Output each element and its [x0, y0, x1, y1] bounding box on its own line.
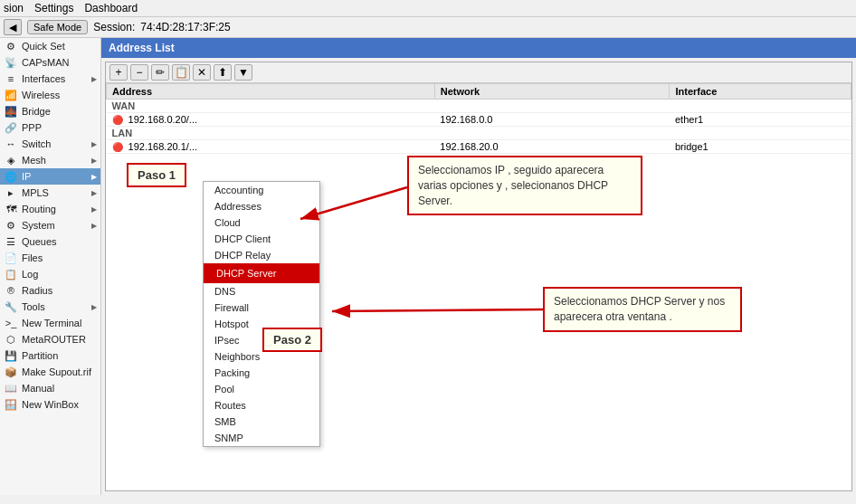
table-row[interactable]: 🔴 192.168.20.1/... 192.168.20.0 bridge1 [107, 140, 851, 154]
dropdown-item-cloud[interactable]: Cloud [204, 214, 319, 231]
sidebar-item-queues[interactable]: ☰ Queues [0, 233, 100, 250]
sidebar-item-bridge[interactable]: 🌉 Bridge [0, 103, 100, 119]
sidebar-label-log: Log [22, 269, 38, 280]
group-wan-label: WAN [107, 100, 851, 113]
dropdown-item-dhcpclient[interactable]: DHCP Client [204, 231, 319, 247]
dropdown-item-smb[interactable]: SMB [204, 414, 319, 430]
menu-settings[interactable]: Settings [34, 2, 73, 14]
sidebar-label-newwinbox: New WinBox [22, 399, 79, 410]
filter-button[interactable]: ▼ [234, 64, 252, 81]
mesh-icon: ◈ [4, 154, 18, 166]
sidebar-label-tools: Tools [22, 301, 45, 312]
blue-header-bar: Address List [101, 38, 856, 58]
group-lan-header: LAN [107, 127, 851, 140]
lan-row-icon: 🔴 [112, 142, 123, 152]
sort-button[interactable]: ⬆ [214, 64, 232, 81]
ip-arrow-icon: ▶ [91, 173, 97, 181]
sidebar-label-bridge: Bridge [22, 106, 51, 117]
sidebar-label-wireless: Wireless [22, 90, 60, 100]
paso2-box: Paso 2 [262, 328, 322, 352]
metarouter-icon: ⬡ [4, 333, 18, 346]
sidebar-label-mpls: MPLS [22, 187, 49, 198]
mpls-arrow-icon: ▶ [91, 189, 97, 197]
dropdown-item-accounting[interactable]: Accounting [204, 182, 319, 198]
sidebar-item-newterminal[interactable]: >_ New Terminal [0, 315, 100, 331]
menu-sion[interactable]: sion [4, 2, 24, 14]
menu-dashboard[interactable]: Dashboard [84, 2, 138, 14]
col-network[interactable]: Network [434, 84, 670, 100]
sidebar-label-manual: Manual [22, 383, 54, 394]
annotation1-box: Seleccionamos IP , seguido aparecera var… [407, 156, 642, 215]
session-value: 74:4D:28:17:3F:25 [140, 21, 230, 33]
remove-button[interactable]: − [130, 64, 148, 81]
content-area: Address List + − ✏ 📋 ✕ ⬆ ▼ Address Netwo… [101, 38, 856, 495]
lan-interface: bridge1 [670, 140, 851, 154]
close-button[interactable]: ✕ [193, 64, 211, 81]
log-icon: 📋 [4, 268, 18, 281]
sidebar-item-manual[interactable]: 📖 Manual [0, 380, 100, 396]
mpls-icon: ▸ [4, 186, 18, 199]
sidebar-label-quickset: Quick Set [22, 41, 65, 52]
dropdown-item-routes[interactable]: Routes [204, 397, 319, 414]
sidebar-item-partition[interactable]: 💾 Partition [0, 347, 100, 364]
paso2-label: Paso 2 [273, 333, 311, 347]
address-table: Address Network Interface WAN 🔴 192. [106, 83, 851, 154]
wan-interface: ether1 [670, 113, 851, 127]
sidebar-item-wireless[interactable]: 📶 Wireless [0, 87, 100, 103]
sidebar-item-mesh[interactable]: ◈ Mesh ▶ [0, 152, 100, 168]
sidebar-item-newwinbox[interactable]: 🪟 New WinBox [0, 396, 100, 413]
dropdown-item-firewall[interactable]: Firewall [204, 300, 319, 316]
interfaces-arrow-icon: ▶ [91, 75, 97, 83]
dropdown-item-dhcpserver[interactable]: DHCP Server [204, 263, 319, 283]
sidebar-item-ip[interactable]: 🌐 IP ▶ [0, 168, 100, 185]
annotation2-box: Seleccionamos DHCP Server y nos aparecer… [543, 287, 742, 332]
main-layout: ⚙ Quick Set 📡 CAPsMAN ≡ Interfaces ▶ 📶 W… [0, 38, 856, 495]
sidebar-item-capsman[interactable]: 📡 CAPsMAN [0, 54, 100, 71]
wan-network: 192.168.0.0 [434, 113, 670, 127]
switch-arrow-icon: ▶ [91, 140, 97, 148]
sidebar-label-metarouter: MetaROUTER [22, 334, 86, 345]
sidebar-item-switch[interactable]: ↔ Switch ▶ [0, 136, 100, 152]
sidebar-item-interfaces[interactable]: ≡ Interfaces ▶ [0, 71, 100, 87]
sidebar-label-makesupout: Make Supout.rif [22, 366, 91, 377]
dropdown-item-dns[interactable]: DNS [204, 283, 319, 300]
table-row[interactable]: 🔴 192.168.0.20/... 192.168.0.0 ether1 [107, 113, 851, 127]
col-interface[interactable]: Interface [670, 84, 851, 100]
paso1-label: Paso 1 [138, 168, 176, 182]
sidebar-label-files: Files [22, 252, 43, 263]
safe-mode-label: Safe Mode [33, 22, 81, 33]
sidebar-item-makesupout[interactable]: 📦 Make Supout.rif [0, 364, 100, 380]
nav-back-button[interactable]: ◀ [4, 19, 22, 35]
sidebar-label-partition: Partition [22, 350, 58, 361]
sidebar-item-system[interactable]: ⚙ System ▶ [0, 217, 100, 233]
menu-bar: sion Settings Dashboard [0, 0, 856, 17]
sidebar-item-log[interactable]: 📋 Log [0, 266, 100, 282]
sidebar-item-metarouter[interactable]: ⬡ MetaROUTER [0, 331, 100, 347]
dropdown-item-dhcprelay[interactable]: DHCP Relay [204, 247, 319, 263]
sidebar-item-routing[interactable]: 🗺 Routing ▶ [0, 201, 100, 217]
dropdown-item-snmp[interactable]: SNMP [204, 430, 319, 446]
sidebar-item-mpls[interactable]: ▸ MPLS ▶ [0, 185, 100, 201]
sidebar-item-files[interactable]: 📄 Files [0, 250, 100, 266]
sidebar-label-switch: Switch [22, 138, 51, 149]
dropdown-item-addresses[interactable]: Addresses [204, 198, 319, 214]
switch-icon: ↔ [4, 138, 18, 150]
bridge-icon: 🌉 [4, 105, 18, 118]
sidebar-item-quickset[interactable]: ⚙ Quick Set [0, 38, 100, 54]
sidebar-item-radius[interactable]: ® Radius [0, 282, 100, 299]
routing-icon: 🗺 [4, 203, 18, 215]
dropdown-item-packing[interactable]: Packing [204, 365, 319, 381]
partition-icon: 💾 [4, 349, 18, 362]
sidebar-item-ppp[interactable]: 🔗 PPP [0, 119, 100, 136]
add-button[interactable]: + [109, 64, 128, 81]
sidebar-item-tools[interactable]: 🔧 Tools ▶ [0, 299, 100, 315]
edit-button[interactable]: ✏ [151, 64, 169, 81]
safe-mode-button[interactable]: Safe Mode [27, 20, 88, 34]
paso1-box: Paso 1 [127, 163, 186, 187]
quickset-icon: ⚙ [4, 40, 18, 52]
copy-button[interactable]: 📋 [172, 64, 190, 81]
group-wan-header: WAN [107, 100, 851, 113]
dropdown-item-pool[interactable]: Pool [204, 381, 319, 397]
lan-address: 🔴 192.168.20.1/... [107, 140, 435, 154]
col-address[interactable]: Address [107, 84, 435, 100]
